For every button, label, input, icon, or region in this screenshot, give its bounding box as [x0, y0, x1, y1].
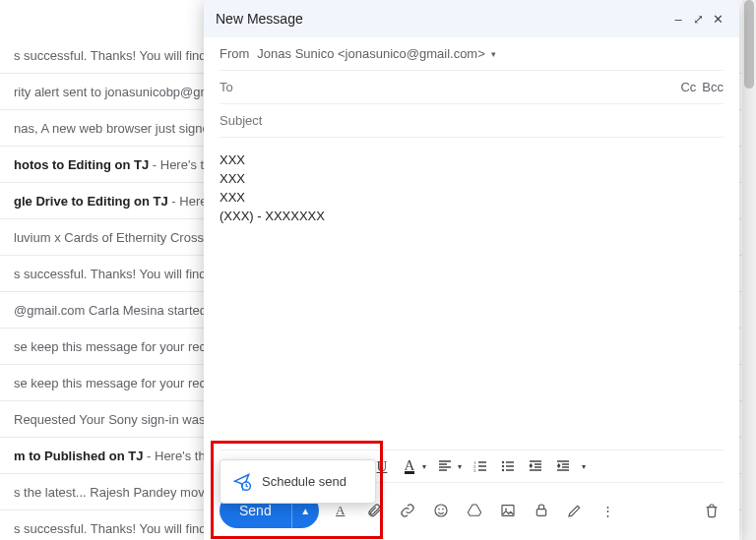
compose-body[interactable]: XXX XXX XXX (XXX) - XXXXXXX: [220, 151, 724, 417]
bcc-button[interactable]: Bcc: [702, 80, 724, 94]
chevron-down-icon[interactable]: ▾: [582, 462, 590, 471]
emoji-icon[interactable]: [429, 499, 453, 522]
from-field[interactable]: From Jonas Sunico <jonasunico@gmail.com>…: [220, 37, 724, 71]
compose-title: New Message: [216, 11, 668, 27]
text-color-button[interactable]: A: [397, 453, 422, 479]
svg-rect-9: [502, 506, 514, 516]
subject-input[interactable]: [220, 110, 724, 132]
schedule-send-menu[interactable]: Schedule send: [220, 459, 376, 504]
from-label: From: [220, 46, 249, 61]
from-value: Jonas Sunico <jonasunico@gmail.com>: [257, 46, 484, 61]
schedule-send-icon: [232, 472, 252, 492]
svg-point-7: [438, 509, 440, 510]
chevron-down-icon[interactable]: ▾: [491, 49, 496, 59]
to-input[interactable]: [220, 77, 674, 98]
popout-button[interactable]: ⤢: [688, 12, 708, 27]
svg-point-8: [442, 509, 444, 510]
page-scrollbar-thumb[interactable]: [744, 0, 754, 89]
more-icon[interactable]: ⋮: [597, 499, 620, 522]
svg-point-3: [502, 461, 504, 463]
image-icon[interactable]: [496, 499, 520, 522]
link-icon[interactable]: [396, 499, 419, 522]
trash-icon[interactable]: [700, 499, 724, 522]
svg-point-10: [505, 509, 507, 510]
subject-field: [220, 104, 724, 138]
minimize-button[interactable]: –: [668, 12, 688, 27]
cc-button[interactable]: Cc: [680, 80, 696, 94]
to-field: To Cc Bcc: [220, 71, 724, 104]
page-scrollbar[interactable]: [742, 0, 756, 540]
schedule-send-label: Schedule send: [262, 474, 346, 489]
chevron-down-icon[interactable]: ▾: [458, 462, 466, 471]
svg-rect-11: [536, 510, 545, 516]
confidential-icon[interactable]: [530, 499, 553, 522]
align-button[interactable]: [432, 453, 458, 479]
svg-point-4: [502, 465, 504, 467]
compose-header: New Message – ⤢ ✕: [204, 0, 739, 37]
svg-point-5: [502, 469, 504, 471]
drive-icon[interactable]: [463, 499, 486, 522]
svg-text:3: 3: [473, 468, 476, 473]
indent-button[interactable]: [550, 453, 576, 479]
ink-icon[interactable]: [563, 499, 587, 522]
close-button[interactable]: ✕: [708, 12, 727, 27]
svg-point-6: [435, 505, 447, 516]
numbered-list-button[interactable]: 123: [468, 453, 493, 479]
bulleted-list-button[interactable]: [495, 453, 521, 479]
chevron-down-icon[interactable]: ▾: [422, 462, 430, 471]
outdent-button[interactable]: [523, 453, 548, 479]
